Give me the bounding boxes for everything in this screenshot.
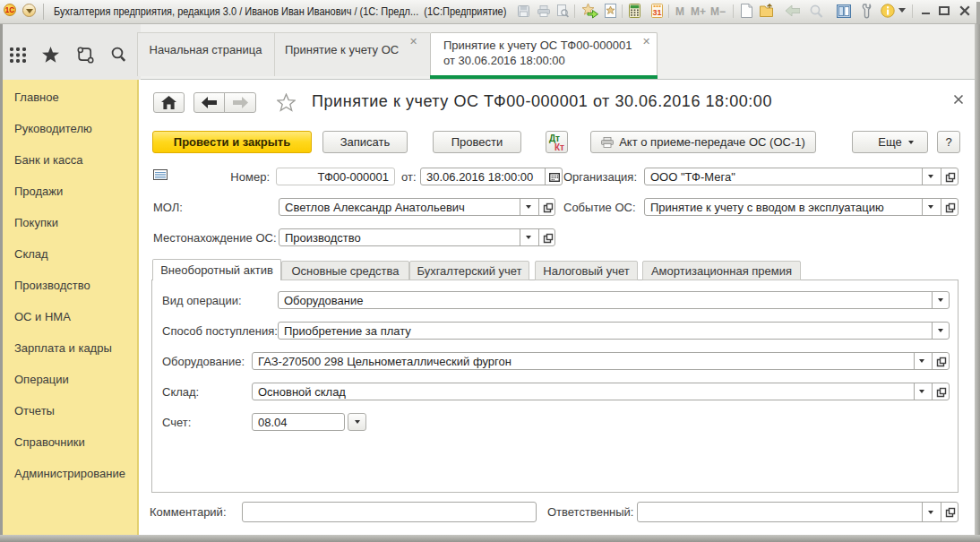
svg-text:31: 31: [652, 8, 661, 17]
